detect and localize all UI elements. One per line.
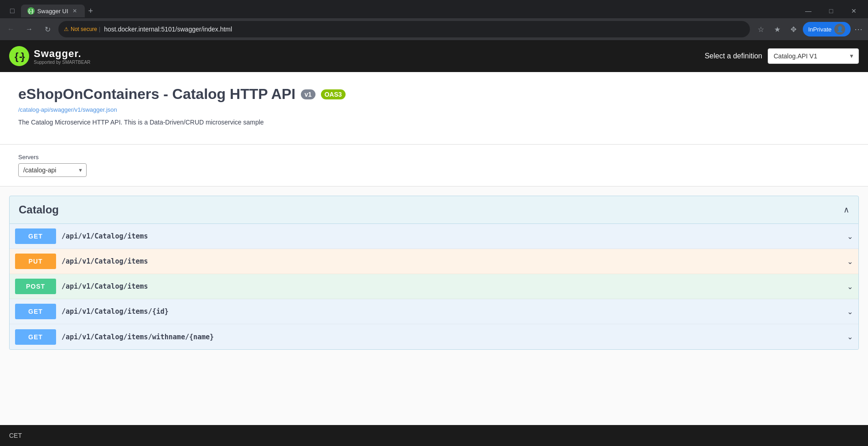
collapse-icon: ∧ <box>843 205 849 215</box>
reload-button[interactable]: ↻ <box>40 22 55 36</box>
api-description: The Catalog Microservice HTTP API. This … <box>18 119 850 126</box>
servers-section: Servers /catalog-api <box>0 145 868 186</box>
method-badge-post: POST <box>15 279 56 294</box>
tab-close-button[interactable]: ✕ <box>71 7 78 15</box>
svg-text:}: } <box>21 51 25 62</box>
toolbar-right: ☆ ★ ✥ InPrivate 👤 ⋯ <box>754 22 864 36</box>
avatar: 👤 <box>834 24 845 35</box>
expand-icon: ⌄ <box>847 257 853 266</box>
tab-title: Swagger UI <box>37 8 68 15</box>
method-badge-get: GET <box>15 304 56 319</box>
address-bar[interactable]: ⚠ Not secure | host.docker.internal:5101… <box>58 21 750 37</box>
expand-icon: ⌄ <box>847 232 853 241</box>
swagger-logo-icon: { - } <box>9 46 29 66</box>
servers-label: Servers <box>18 154 850 161</box>
close-button[interactable]: ✕ <box>843 4 864 18</box>
warning-icon: ⚠ <box>64 26 69 32</box>
badge-v1: v1 <box>301 89 315 99</box>
browser-toolbar: ← → ↻ ⚠ Not secure | host.docker.interna… <box>0 18 868 40</box>
catalog-section: Catalog ∧ GET /api/v1/Catalog/items ⌄ PU… <box>0 196 868 350</box>
new-tab-button[interactable]: + <box>85 5 97 18</box>
collections-icon[interactable]: ★ <box>770 22 785 36</box>
swagger-title: Swagger. <box>34 48 90 60</box>
badge-oas3: OAS3 <box>321 89 346 99</box>
security-text: Not secure <box>71 26 97 32</box>
tab-square-icon[interactable]: □ <box>4 4 21 18</box>
definition-select[interactable]: Catalog.API V1 <box>768 48 859 64</box>
api-title-row: eShopOnContainers - Catalog HTTP API v1 … <box>18 86 850 103</box>
main-content: eShopOnContainers - Catalog HTTP API v1 … <box>0 72 868 446</box>
bottom-bar: CET <box>0 425 868 446</box>
tab-favicon: {-} <box>27 7 35 15</box>
servers-select-wrapper: /catalog-api <box>18 163 87 177</box>
endpoint-row[interactable]: PUT /api/v1/Catalog/items ⌄ <box>10 249 858 274</box>
definition-select-wrapper: Catalog.API V1 <box>768 48 859 64</box>
swagger-subtitle: Supported by SMARTBEAR <box>34 60 90 65</box>
definition-selector: Select a definition Catalog.API V1 <box>705 48 859 64</box>
endpoint-row[interactable]: GET /api/v1/Catalog/items/{id} ⌄ <box>10 299 858 324</box>
window-controls: — □ ✕ <box>798 4 864 18</box>
catalog-title: Catalog <box>19 203 59 216</box>
servers-select[interactable]: /catalog-api <box>18 163 87 177</box>
inprivate-button[interactable]: InPrivate 👤 <box>803 22 851 36</box>
endpoint-path: /api/v1/Catalog/items <box>62 257 842 265</box>
swagger-logo: { - } Swagger. Supported by SMARTBEAR <box>9 46 90 66</box>
api-link[interactable]: /catalog-api/swagger/v1/swagger.json <box>18 106 850 113</box>
method-badge-get: GET <box>15 329 56 345</box>
endpoints-list: GET /api/v1/Catalog/items ⌄ PUT /api/v1/… <box>9 224 859 350</box>
browser-menu-button[interactable]: ⋯ <box>852 22 864 36</box>
endpoint-path: /api/v1/Catalog/items/{id} <box>62 307 842 316</box>
api-info: eShopOnContainers - Catalog HTTP API v1 … <box>0 72 868 145</box>
expand-icon: ⌄ <box>847 332 853 341</box>
browser-chrome: □ {-} Swagger UI ✕ + — □ ✕ ← → ↻ ⚠ Not s… <box>0 0 868 40</box>
expand-icon: ⌄ <box>847 282 853 291</box>
section-divider <box>0 186 868 187</box>
minimize-button[interactable]: — <box>798 4 819 18</box>
swagger-logo-text: Swagger. Supported by SMARTBEAR <box>34 48 90 65</box>
endpoint-row[interactable]: GET /api/v1/Catalog/items/withname/{name… <box>10 324 858 349</box>
security-warning: ⚠ Not secure | <box>64 26 100 32</box>
active-tab[interactable]: {-} Swagger UI ✕ <box>21 5 85 17</box>
endpoint-row[interactable]: GET /api/v1/Catalog/items ⌄ <box>10 224 858 249</box>
method-badge-put: PUT <box>15 254 56 269</box>
url-text: host.docker.internal:5101/swagger/index.… <box>104 26 744 33</box>
inprivate-label: InPrivate <box>808 26 832 33</box>
forward-button[interactable]: → <box>22 22 36 36</box>
definition-label: Select a definition <box>705 52 762 60</box>
catalog-header[interactable]: Catalog ∧ <box>9 196 859 224</box>
swagger-header: { - } Swagger. Supported by SMARTBEAR Se… <box>0 40 868 72</box>
endpoint-path: /api/v1/Catalog/items/withname/{name} <box>62 333 842 341</box>
wallet-icon[interactable]: ✥ <box>786 22 801 36</box>
browser-tabs: □ {-} Swagger UI ✕ + — □ ✕ <box>0 0 868 18</box>
svg-text:{: { <box>15 51 19 62</box>
bottom-bar-text: CET <box>9 432 22 439</box>
endpoint-path: /api/v1/Catalog/items <box>62 282 842 290</box>
endpoint-row[interactable]: POST /api/v1/Catalog/items ⌄ <box>10 274 858 299</box>
svg-text:{-}: {-} <box>28 9 33 14</box>
back-button[interactable]: ← <box>4 22 18 36</box>
method-badge-get: GET <box>15 228 56 244</box>
expand-icon: ⌄ <box>847 307 853 316</box>
endpoint-path: /api/v1/Catalog/items <box>62 232 842 240</box>
restore-button[interactable]: □ <box>821 4 842 18</box>
api-title: eShopOnContainers - Catalog HTTP API <box>18 86 295 103</box>
favorites-icon[interactable]: ☆ <box>754 22 768 36</box>
